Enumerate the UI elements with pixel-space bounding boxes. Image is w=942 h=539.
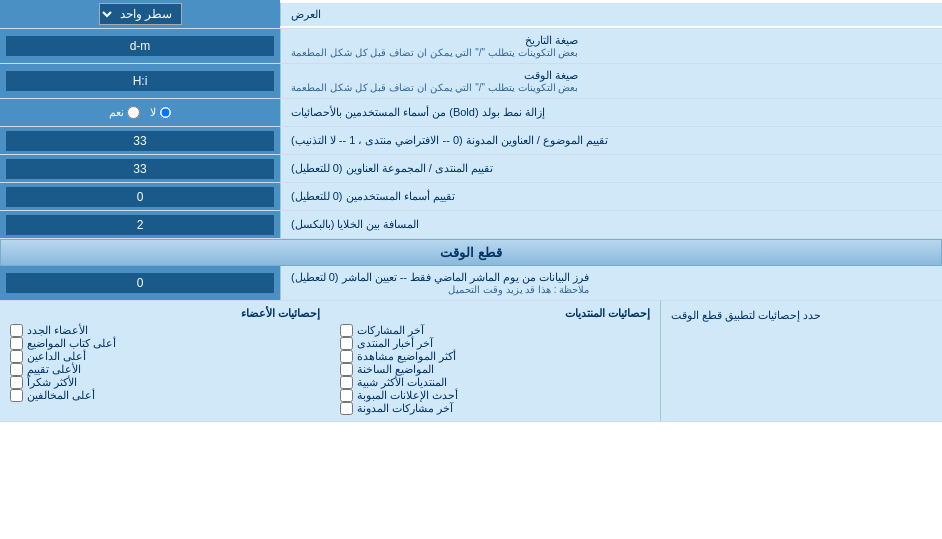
bold-no-label[interactable]: لا	[150, 106, 172, 119]
limit-label: حدد إحصائيات لتطبيق قطع الوقت	[660, 301, 942, 421]
time-format-label-text: صيغة الوقت	[291, 69, 578, 82]
cb5-label: المنتديات الأكثر شبية	[357, 376, 447, 389]
checkbox-member-item-4: الأعلى تقييم	[10, 363, 320, 376]
cbm5-label: الأكثر شكراً	[27, 376, 77, 389]
date-format-label-text: صيغة التاريخ	[291, 34, 578, 47]
checkbox-item-2: آخر أخبار المنتدى	[340, 337, 650, 350]
forum-sort-label-text: تقييم المنتدى / المجموعة العناوين (0 للت…	[291, 162, 493, 175]
users-sort-input[interactable]	[6, 187, 274, 207]
forum-stats-column: إحصائيات المنتديات آخر المشاركات آخر أخب…	[340, 307, 650, 415]
gap-row: المسافة بين الخلايا (بالبكسل)	[0, 211, 942, 239]
filter-input[interactable]	[6, 273, 274, 293]
cb-forum-5[interactable]	[340, 376, 353, 389]
bold-yes-label[interactable]: نعم	[109, 106, 140, 119]
filter-input-area	[0, 266, 280, 300]
cb-member-1[interactable]	[10, 324, 23, 337]
topics-sort-input-area	[0, 127, 280, 154]
gap-label-text: المسافة بين الخلايا (بالبكسل)	[291, 218, 420, 231]
cb-forum-4[interactable]	[340, 363, 353, 376]
users-sort-label-text: تقييم أسماء المستخدمين (0 للتعطيل)	[291, 190, 455, 203]
cb6-label: أحدث الإعلانات المبوبة	[357, 389, 458, 402]
bold-remove-label: إزالة نمط بولد (Bold) من أسماء المستخدمي…	[280, 99, 942, 126]
time-format-label: صيغة الوقت بعض التكوينات يتطلب "/" التي …	[280, 64, 942, 98]
cb3-label: أكثر المواضيع مشاهدة	[357, 350, 456, 363]
users-sort-row: تقييم أسماء المستخدمين (0 للتعطيل)	[0, 183, 942, 211]
gap-label: المسافة بين الخلايا (بالبكسل)	[280, 211, 942, 238]
date-format-row: صيغة التاريخ بعض التكوينات يتطلب "/" الت…	[0, 29, 942, 64]
cbm2-label: أعلى كتاب المواضيع	[27, 337, 116, 350]
forum-sort-input-area	[0, 155, 280, 182]
bold-yes-text: نعم	[109, 106, 124, 119]
topics-sort-row: تقييم الموضوع / العناوين المدونة (0 -- ا…	[0, 127, 942, 155]
forum-sort-row: تقييم المنتدى / المجموعة العناوين (0 للت…	[0, 155, 942, 183]
filter-sublabel: ملاحظة : هذا قد يزيد وقت التحميل	[291, 284, 589, 295]
cb-member-6[interactable]	[10, 389, 23, 402]
bold-remove-label-text: إزالة نمط بولد (Bold) من أسماء المستخدمي…	[291, 106, 545, 119]
checkboxes-columns: إحصائيات المنتديات آخر المشاركات آخر أخب…	[10, 307, 650, 415]
checkbox-item-1: آخر المشاركات	[340, 324, 650, 337]
gap-input[interactable]	[6, 215, 274, 235]
checkbox-item-7: آخر مشاركات المدونة	[340, 402, 650, 415]
page-wrapper: العرض سطر واحد سطران ثلاثة أسطر صيغة الت…	[0, 0, 942, 422]
topics-sort-input[interactable]	[6, 131, 274, 151]
forum-sort-input[interactable]	[6, 159, 274, 179]
date-format-input[interactable]	[6, 36, 274, 56]
members-stats-column: إحصائيات الأعضاء الأعضاء الجدد أعلى كتاب…	[10, 307, 320, 415]
cb-forum-1[interactable]	[340, 324, 353, 337]
cb-member-4[interactable]	[10, 363, 23, 376]
limit-row: حدد إحصائيات لتطبيق قطع الوقت إحصائيات ا…	[0, 301, 942, 422]
checkbox-member-item-6: أعلى المخالفين	[10, 389, 320, 402]
time-format-input[interactable]	[6, 71, 274, 91]
cb-forum-6[interactable]	[340, 389, 353, 402]
time-format-input-area	[0, 64, 280, 98]
cb-member-2[interactable]	[10, 337, 23, 350]
cb-forum-2[interactable]	[340, 337, 353, 350]
time-format-row: صيغة الوقت بعض التكوينات يتطلب "/" التي …	[0, 64, 942, 99]
cb-member-5[interactable]	[10, 376, 23, 389]
bold-yes-radio[interactable]	[127, 106, 140, 119]
bold-no-text: لا	[150, 106, 156, 119]
checkboxes-container: إحصائيات المنتديات آخر المشاركات آخر أخب…	[0, 301, 660, 421]
bold-no-radio[interactable]	[159, 106, 172, 119]
checkbox-item-3: أكثر المواضيع مشاهدة	[340, 350, 650, 363]
topics-sort-label-text: تقييم الموضوع / العناوين المدونة (0 -- ا…	[291, 134, 608, 147]
bold-remove-row: إزالة نمط بولد (Bold) من أسماء المستخدمي…	[0, 99, 942, 127]
time-format-sublabel: بعض التكوينات يتطلب "/" التي يمكن ان تضا…	[291, 82, 578, 93]
time-cut-section-label: قطع الوقت	[440, 245, 502, 260]
display-select[interactable]: سطر واحد سطران ثلاثة أسطر	[99, 3, 182, 25]
cbm4-label: الأعلى تقييم	[27, 363, 81, 376]
display-label-text: العرض	[291, 8, 321, 21]
date-format-sublabel: بعض التكوينات يتطلب "/" التي يمكن ان تضا…	[291, 47, 578, 58]
checkbox-item-4: المواضيع الساخنة	[340, 363, 650, 376]
date-format-label: صيغة التاريخ بعض التكوينات يتطلب "/" الت…	[280, 29, 942, 63]
date-format-input-area	[0, 29, 280, 63]
filter-label: فرز البيانات من يوم الماشر الماضي فقط --…	[280, 266, 942, 300]
filter-row: فرز البيانات من يوم الماشر الماضي فقط --…	[0, 266, 942, 301]
cb-forum-3[interactable]	[340, 350, 353, 363]
checkbox-member-item-3: أعلى الداعين	[10, 350, 320, 363]
users-sort-label: تقييم أسماء المستخدمين (0 للتعطيل)	[280, 183, 942, 210]
cb7-label: آخر مشاركات المدونة	[357, 402, 453, 415]
forum-sort-label: تقييم المنتدى / المجموعة العناوين (0 للت…	[280, 155, 942, 182]
filter-label-text: فرز البيانات من يوم الماشر الماضي فقط --…	[291, 271, 589, 284]
display-label: العرض	[280, 3, 942, 26]
bold-remove-radio-area: لا نعم	[0, 99, 280, 126]
users-sort-input-area	[0, 183, 280, 210]
display-row: العرض سطر واحد سطران ثلاثة أسطر	[0, 0, 942, 29]
gap-input-area	[0, 211, 280, 238]
cb1-label: آخر المشاركات	[357, 324, 424, 337]
cbm6-label: أعلى المخالفين	[27, 389, 95, 402]
cb-forum-7[interactable]	[340, 402, 353, 415]
cbm3-label: أعلى الداعين	[27, 350, 86, 363]
checkbox-member-item-1: الأعضاء الجدد	[10, 324, 320, 337]
limit-label-text: حدد إحصائيات لتطبيق قطع الوقت	[671, 309, 821, 322]
checkbox-item-5: المنتديات الأكثر شبية	[340, 376, 650, 389]
cbm1-label: الأعضاء الجدد	[27, 324, 88, 337]
time-cut-section-header: قطع الوقت	[0, 239, 942, 266]
display-select-area: سطر واحد سطران ثلاثة أسطر	[0, 0, 280, 28]
checkbox-member-item-5: الأكثر شكراً	[10, 376, 320, 389]
checkbox-member-item-2: أعلى كتاب المواضيع	[10, 337, 320, 350]
checkbox-item-6: أحدث الإعلانات المبوبة	[340, 389, 650, 402]
cb4-label: المواضيع الساخنة	[357, 363, 434, 376]
cb-member-3[interactable]	[10, 350, 23, 363]
